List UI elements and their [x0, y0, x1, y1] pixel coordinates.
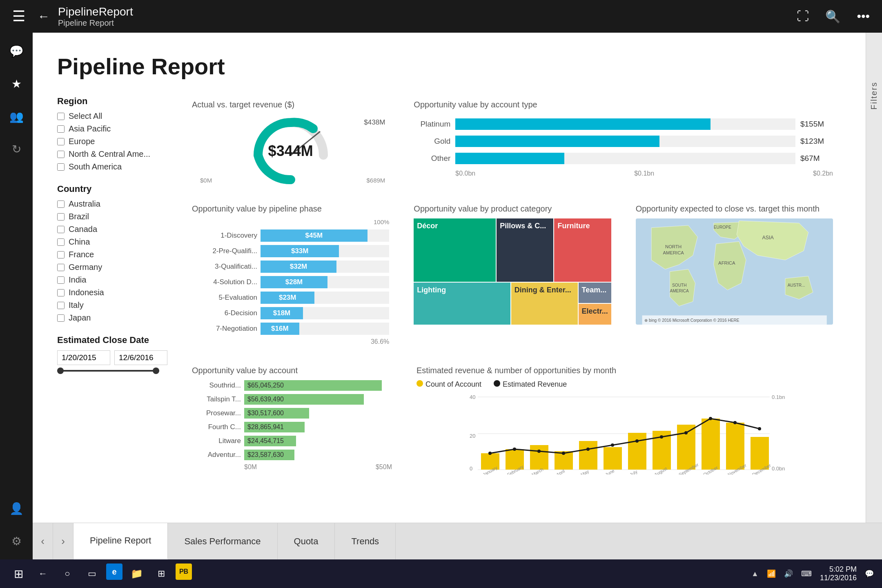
country-australia[interactable]: Australia	[57, 199, 159, 209]
account-prosewar-bar-container: $30,517,600	[244, 408, 392, 419]
tab-sales-performance[interactable]: Sales Performance	[168, 523, 277, 559]
account-litware-bar-container: $24,454,715	[244, 436, 392, 446]
taskbar-up-arrow[interactable]: ▲	[751, 570, 759, 578]
region-select-all[interactable]: Select All	[57, 111, 159, 121]
date-slider[interactable]	[57, 370, 159, 372]
taskbar-explorer-button[interactable]: 📁	[127, 564, 147, 584]
tab-prev-button[interactable]: ‹	[33, 523, 53, 559]
chart-account: Opportunity value by account Southrid...…	[184, 362, 400, 479]
nav-settings-icon[interactable]: ⚙	[6, 531, 27, 551]
phase-prequalify-bar-container: $33M	[261, 245, 389, 257]
taskbar-edge-button[interactable]: e	[106, 564, 122, 580]
donut-center: $344M	[268, 143, 313, 160]
tab-quota[interactable]: Quota	[278, 523, 335, 559]
tab-next-button[interactable]: ›	[53, 523, 74, 559]
svg-text:AMERICA: AMERICA	[670, 289, 688, 293]
tab-trends-label: Trends	[351, 536, 379, 547]
hbar-other-label: Other	[414, 154, 450, 163]
chart-pipeline-phase: Opportunity value by pipeline phase 100%…	[184, 200, 397, 354]
region-asia-pacific[interactable]: Asia Pacific	[57, 124, 159, 134]
country-indonesia[interactable]: Indonesia	[57, 288, 159, 297]
region-asia-pacific-checkbox[interactable]	[57, 125, 65, 133]
donut-amount: $344M	[268, 143, 313, 160]
treemap-team: Team...	[579, 283, 611, 303]
phase-evaluation-bar-container: $23M	[261, 292, 389, 304]
date-end-input[interactable]	[114, 350, 167, 365]
taskbar-taskview-button[interactable]: ▭	[82, 564, 102, 584]
account-southrid-bar-container: $65,045,250	[244, 380, 392, 391]
filter-panel-right[interactable]: Filters	[866, 33, 882, 523]
nav-user-icon[interactable]: 👤	[6, 498, 27, 519]
svg-point-42	[733, 421, 737, 424]
region-south-america-checkbox[interactable]	[57, 163, 65, 171]
svg-point-43	[758, 427, 761, 430]
account-prosewar-value: $30,517,600	[247, 410, 284, 417]
taskbar-powerbi-button[interactable]: PB	[176, 564, 192, 580]
account-adventur-bar-container: $23,587,630	[244, 450, 392, 460]
hamburger-menu[interactable]: ☰	[12, 8, 25, 25]
country-title: Country	[57, 184, 159, 194]
region-europe-checkbox[interactable]	[57, 138, 65, 145]
taskbar-notification-icon[interactable]: 💬	[865, 569, 874, 578]
svg-point-35	[562, 452, 565, 455]
fullscreen-button[interactable]: ⛶	[797, 9, 809, 24]
country-germany[interactable]: Germany	[57, 263, 159, 272]
svg-text:0.0bn: 0.0bn	[772, 466, 785, 472]
phase-evaluation-label: 5-Evaluation	[192, 294, 257, 302]
search-button[interactable]: 🔍	[825, 9, 840, 24]
taskbar-start-button[interactable]: ⊞	[8, 564, 29, 584]
treemap-dining: Dining & Enter...	[511, 283, 578, 325]
phase-qualify-label: 3-Qualificati...	[192, 263, 257, 271]
treemap-furniture: Furniture	[554, 218, 611, 282]
hbar-chart: Platinum $155M Gold	[414, 114, 833, 181]
country-japan[interactable]: Japan	[57, 313, 159, 323]
taskbar-clock[interactable]: 5:02 PM 11/23/2016	[820, 565, 857, 582]
tab-pipeline-report[interactable]: Pipeline Report	[74, 523, 168, 559]
main-layout: 💬 ★ 👥 ↻ 👤 ⚙ Pipeline Report	[0, 33, 882, 559]
hbar-gold-value: $123M	[800, 137, 833, 146]
tab-quota-label: Quota	[294, 536, 318, 547]
svg-point-38	[635, 439, 639, 443]
region-north-central-checkbox[interactable]	[57, 151, 65, 158]
taskbar-search-button[interactable]: ○	[57, 564, 78, 584]
region-south-america[interactable]: South America	[57, 162, 159, 172]
top-bar: ☰ ← PipelineReport Pipeline Report ⛶ 🔍 •…	[0, 0, 882, 33]
nav-users-icon[interactable]: 👥	[6, 106, 27, 127]
svg-point-37	[611, 443, 614, 447]
tab-trends[interactable]: Trends	[335, 523, 396, 559]
taskbar-keyboard-icon[interactable]: ⌨	[801, 569, 812, 578]
region-north-central[interactable]: North & Central Ame...	[57, 149, 159, 159]
nav-refresh-icon[interactable]: ↻	[6, 139, 27, 159]
country-canada[interactable]: Canada	[57, 225, 159, 234]
svg-text:ASIA: ASIA	[762, 235, 774, 241]
country-china[interactable]: China	[57, 237, 159, 247]
phase-decision: 6-Decision $18M	[192, 307, 389, 319]
svg-rect-30	[726, 423, 744, 470]
svg-point-40	[684, 431, 688, 434]
date-inputs	[57, 350, 159, 365]
country-india[interactable]: India	[57, 275, 159, 285]
taskbar-store-button[interactable]: ⊞	[151, 564, 172, 584]
taskbar-back-button[interactable]: ←	[33, 564, 53, 584]
country-brazil[interactable]: Brazil	[57, 212, 159, 221]
svg-text:EUROPE: EUROPE	[713, 225, 731, 229]
nav-star-icon[interactable]: ★	[6, 74, 27, 94]
date-start-input[interactable]	[57, 350, 110, 365]
phase-negotiation: 7-Negotiation $16M	[192, 323, 389, 335]
donut-target: $438M	[364, 118, 385, 127]
more-button[interactable]: •••	[857, 9, 870, 24]
taskbar-volume-icon[interactable]: 🔊	[784, 569, 793, 578]
account-southrid-label: Southrid...	[192, 381, 241, 390]
country-france[interactable]: France	[57, 250, 159, 259]
legend-count-dot	[416, 380, 423, 387]
country-italy[interactable]: Italy	[57, 301, 159, 310]
nav-chat-icon[interactable]: 💬	[6, 41, 27, 61]
back-button[interactable]: ←	[38, 9, 50, 23]
hbar-platinum: Platinum $155M	[414, 118, 833, 130]
region-select-all-checkbox[interactable]	[57, 113, 65, 120]
region-europe[interactable]: Europe	[57, 137, 159, 146]
tab-pipeline-report-label: Pipeline Report	[90, 535, 151, 546]
taskbar-time-display: 5:02 PM	[829, 565, 857, 574]
taskbar-wifi-icon[interactable]: 📶	[767, 569, 776, 578]
account-axis: $0M $50M	[244, 463, 392, 471]
